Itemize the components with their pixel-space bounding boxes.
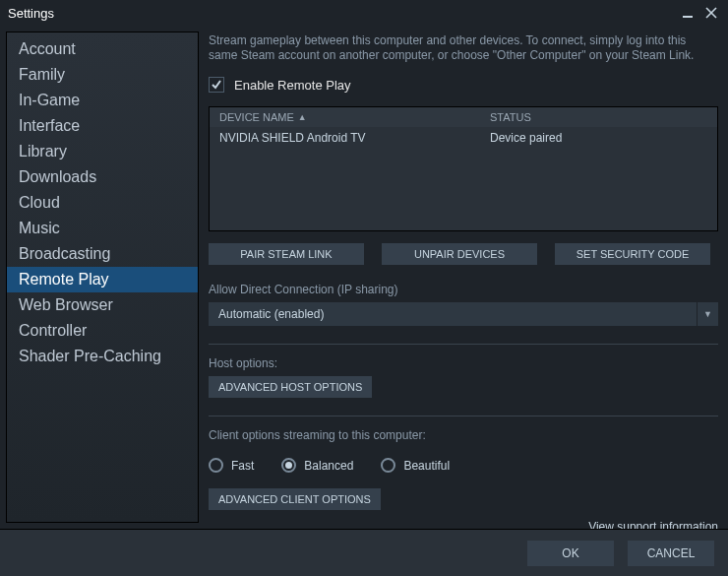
titlebar: Settings: [0, 0, 728, 26]
client-options-label: Client options streaming to this compute…: [209, 428, 718, 442]
minimize-button[interactable]: [679, 4, 697, 22]
close-icon: [705, 7, 717, 19]
device-table-body: NVIDIA SHIELD Android TVDevice paired: [210, 127, 717, 230]
radio-icon: [381, 458, 395, 473]
sidebar-item-account[interactable]: Account: [7, 36, 198, 62]
ok-button[interactable]: OK: [527, 541, 614, 566]
sidebar-item-controller[interactable]: Controller: [7, 318, 198, 344]
check-icon: [211, 79, 222, 91]
status-header[interactable]: STATUS: [490, 111, 707, 123]
sidebar-item-family[interactable]: Family: [7, 62, 198, 88]
sort-asc-icon: ▲: [298, 112, 307, 122]
unpair-devices-button[interactable]: UNPAIR DEVICES: [382, 243, 537, 265]
radio-icon: [281, 458, 296, 473]
advanced-host-options-button[interactable]: ADVANCED HOST OPTIONS: [209, 376, 372, 398]
radio-balanced[interactable]: Balanced: [281, 458, 353, 473]
table-row[interactable]: NVIDIA SHIELD Android TVDevice paired: [210, 127, 717, 149]
cancel-button[interactable]: CANCEL: [628, 541, 714, 566]
enable-remote-play-checkbox[interactable]: [209, 77, 224, 93]
direct-connection-value: Automatic (enabled): [209, 307, 697, 321]
footer: OK CANCEL: [0, 529, 728, 576]
sidebar-item-in-game[interactable]: In-Game: [7, 88, 198, 113]
device-table: DEVICE NAME ▲ STATUS NVIDIA SHIELD Andro…: [209, 106, 718, 231]
sidebar-item-cloud[interactable]: Cloud: [7, 190, 198, 216]
enable-remote-play-row: Enable Remote Play: [209, 77, 718, 93]
divider: [209, 416, 718, 416]
close-button[interactable]: [702, 4, 720, 22]
device-name-cell: NVIDIA SHIELD Android TV: [219, 131, 490, 145]
sidebar: AccountFamilyIn-GameInterfaceLibraryDown…: [6, 32, 199, 523]
radio-fast[interactable]: Fast: [209, 458, 254, 473]
direct-connection-dropdown[interactable]: Automatic (enabled) ▼: [209, 302, 718, 326]
main-panel: Stream gameplay between this computer an…: [205, 32, 722, 523]
sidebar-item-music[interactable]: Music: [7, 216, 198, 241]
client-quality-radios: FastBalancedBeautiful: [209, 458, 718, 473]
svg-rect-0: [683, 16, 693, 18]
sidebar-item-interface[interactable]: Interface: [7, 113, 198, 139]
description-text: Stream gameplay between this computer an…: [209, 33, 718, 63]
settings-window: Settings AccountFamilyIn-GameInterfaceLi…: [0, 0, 728, 576]
host-options-label: Host options:: [209, 356, 718, 370]
sidebar-item-downloads[interactable]: Downloads: [7, 164, 198, 190]
status-header-label: STATUS: [490, 111, 531, 123]
radio-beautiful[interactable]: Beautiful: [381, 458, 450, 473]
device-actions-row: PAIR STEAM LINK UNPAIR DEVICES SET SECUR…: [209, 243, 718, 265]
pair-steam-link-button[interactable]: PAIR STEAM LINK: [209, 243, 364, 265]
device-name-header-label: DEVICE NAME: [219, 111, 294, 123]
radio-label: Fast: [231, 459, 254, 473]
device-table-header: DEVICE NAME ▲ STATUS: [210, 107, 717, 127]
advanced-client-options-button[interactable]: ADVANCED CLIENT OPTIONS: [209, 488, 381, 510]
sidebar-item-library[interactable]: Library: [7, 139, 198, 164]
divider: [209, 344, 718, 345]
device-status-cell: Device paired: [490, 131, 707, 145]
radio-label: Balanced: [304, 459, 353, 473]
chevron-down-icon: ▼: [697, 302, 718, 326]
sidebar-item-remote-play[interactable]: Remote Play: [7, 267, 198, 292]
window-title: Settings: [8, 6, 54, 21]
device-name-header[interactable]: DEVICE NAME ▲: [219, 111, 490, 123]
body: AccountFamilyIn-GameInterfaceLibraryDown…: [0, 26, 728, 523]
set-security-code-button[interactable]: SET SECURITY CODE: [555, 243, 710, 265]
direct-connection-label: Allow Direct Connection (IP sharing): [209, 283, 718, 296]
radio-icon: [209, 458, 223, 473]
sidebar-item-web-browser[interactable]: Web Browser: [7, 292, 198, 318]
sidebar-item-shader-pre-caching[interactable]: Shader Pre-Caching: [7, 344, 198, 369]
enable-remote-play-label: Enable Remote Play: [234, 78, 351, 93]
minimize-icon: [682, 7, 694, 19]
sidebar-item-broadcasting[interactable]: Broadcasting: [7, 241, 198, 267]
radio-label: Beautiful: [403, 459, 450, 473]
